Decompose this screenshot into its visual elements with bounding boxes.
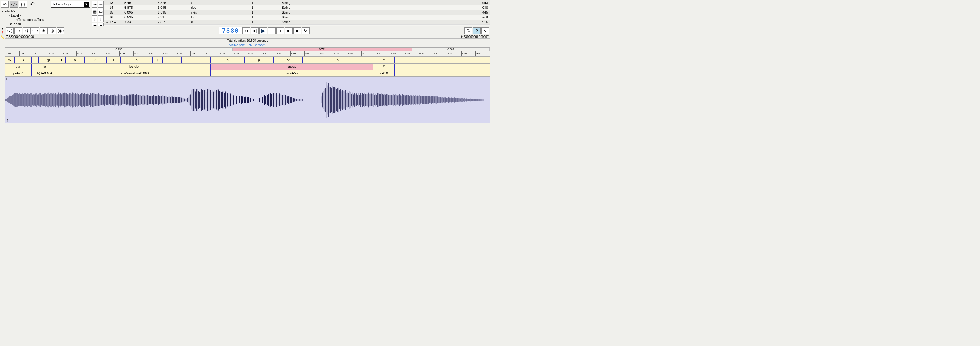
overview-scrollbar[interactable]: 0.950 0.721 0.089 [5,48,490,51]
total-duration-label: Total duration: 10.505 seconds [5,38,490,43]
annotations-table[interactable]: -- 13 --5.495.875#1String9d3-- 14 --5.87… [104,0,490,26]
tier-cell[interactable]: o [66,57,85,63]
tier-cell[interactable]: l [32,57,39,63]
xml-editor[interactable]: <Labels> <Label> <Tag>sppas</Tag> </Labe… [0,8,91,26]
tier-cell[interactable]: p-A/-R [5,70,32,76]
tier-cell[interactable]: par [5,63,32,70]
sel-expand-button[interactable]: ⟨⟩ [23,27,30,34]
view-toolbar: 👁 </> { } ↶ TokensAlign ▼ [0,0,91,8]
table-row[interactable]: -- 14 --5.8756.095des1String030 [104,5,490,10]
pause-button[interactable]: ⏸ [268,27,276,34]
table-row[interactable]: -- 18 --7.8157.995par1String66e [104,24,490,26]
undo-button[interactable]: ↶ [28,1,36,8]
target-button[interactable]: ◎ [48,27,56,34]
import-button[interactable]: ⇥ [92,1,97,8]
left-gutter: ▼ 📍 📏 [0,26,5,57]
edit-tools-column: ⇥ ⇤ ▦ ▭ ⊕ ⊕ ⇄ ✖ [91,0,104,26]
table-row[interactable]: -- 15 --6.0956.535clés1String4d5 [104,10,490,15]
tier-cell[interactable]: le [32,63,59,70]
tier-cell[interactable]: l [182,57,211,63]
tier-cell[interactable]: s [121,57,153,63]
player-toolbar: ⟨∘⟩ ⤙ ⟨⟩ ⇤⇥ ✱ ◎ ⟨◉⟩ 7880 ⏮ ⏴| ▶ ⏸ |⏵ ⏭ ■… [5,26,490,35]
table-row[interactable]: -- 13 --5.495.875#1String9d3 [104,0,490,5]
tier-cell[interactable]: # [374,63,395,70]
time-lcd: 7880 [219,27,242,35]
add-above-button[interactable]: ⊕ [92,16,97,22]
time-ruler[interactable]: 7.907.958.008.058.108.158.208.258.308.35… [5,51,490,57]
braces-view-button[interactable]: { } [19,1,27,8]
tier-cell[interactable]: #=0.0 [374,70,395,76]
table-row[interactable]: -- 16 --6.5357.33lpc1Stringec8 [104,15,490,20]
editor-pane: 👁 </> { } ↶ TokensAlign ▼ <Labels> <Labe… [0,0,91,26]
rewind-button[interactable]: ⏮ [242,27,250,34]
tier-cell[interactable]: l-@=0.654 [32,70,59,76]
annotation-tiers: A/Rl@loZisjElspA/s# parlelogicielsppas# … [5,57,490,76]
tier-syllables[interactable]: p-A/-Rl-@=0.654l-o-Z-i-s-j-E-l=0.668s-p-… [5,70,490,76]
stop-button[interactable]: ■ [293,27,301,34]
tier-cell[interactable]: A/ [274,57,303,63]
tier-cell[interactable]: E [162,57,182,63]
row-button[interactable]: ▭ [98,8,103,15]
tier-cell[interactable]: # [374,57,395,63]
tier-cell[interactable]: l [59,57,66,63]
dropdown-value: TokensAlign [52,2,70,6]
view-button[interactable]: ⟨◉⟩ [57,27,64,34]
visible-part-label: Visible part: 1.760 seconds [5,43,490,48]
tier-cell[interactable]: l-o-Z-i-s-j-E-l=0.668 [59,70,211,76]
tier-cell[interactable]: logiciel [59,63,211,70]
code-view-button[interactable]: </> [10,1,18,8]
help-button[interactable]: ? [473,27,480,34]
play-button[interactable]: ▶ [259,27,267,34]
tier-cell[interactable]: s-p-A/-s [211,70,373,76]
fast-fwd-button[interactable]: ⏭ [285,27,293,34]
tier-cell[interactable]: Z [85,57,107,63]
sel-all-button[interactable]: ⟨∘⟩ [6,27,14,34]
tier-tokens[interactable]: parlelogicielsppas# [5,63,490,70]
sel-shrink-button[interactable]: ⤙ [14,27,22,34]
ruler-icon[interactable]: 📏 [0,35,5,39]
tier-cell[interactable]: R [15,57,32,63]
tier-cell[interactable]: j [153,57,162,63]
tier-cell[interactable]: s [211,57,245,63]
loop-button[interactable]: ↻ [302,27,310,34]
wave-button[interactable]: ∿ [481,27,489,34]
export-button[interactable]: ⇤ [98,1,103,8]
step-back-button[interactable]: ⏴| [251,27,259,34]
tier-phones[interactable]: A/Rl@loZisjElspA/s# [5,57,490,63]
tier-cell[interactable]: sppas [211,63,373,70]
tier-cell[interactable]: p [245,57,274,63]
top-panel: 👁 </> { } ↶ TokensAlign ▼ <Labels> <Labe… [0,0,490,26]
eye-view-button[interactable]: 👁 [1,1,9,8]
waveform-display[interactable]: 1 -1 [5,76,490,124]
tier-cell[interactable]: A/ [5,57,15,63]
tier-cell[interactable]: i [107,57,121,63]
time-extents: 7.880000000000006 9.639999999999997 [5,35,490,38]
sel-center-button[interactable]: ✱ [40,27,48,34]
sort-button[interactable]: ⇅ [464,27,472,34]
tier-cell[interactable]: @ [39,57,59,63]
pin-icon[interactable]: 📍 [0,31,5,35]
sel-out-button[interactable]: ⇤⇥ [31,27,39,34]
grid-button[interactable]: ▦ [92,8,97,15]
collapse-icon[interactable]: ▼ [1,27,4,30]
chevron-down-icon: ▼ [84,2,89,7]
table-row[interactable]: -- 17 --7.337.815#1String916 [104,20,490,24]
step-fwd-button[interactable]: |⏵ [276,27,284,34]
add-below-button[interactable]: ⊕ [98,16,103,22]
tier-cell[interactable]: s [303,57,373,63]
tier-select-dropdown[interactable]: TokensAlign ▼ [51,1,91,8]
